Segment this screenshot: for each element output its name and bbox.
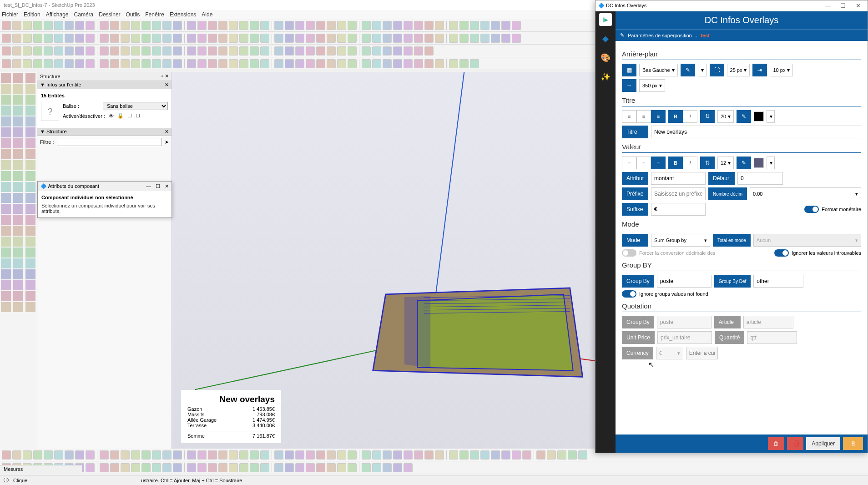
toolbar-icon[interactable] bbox=[121, 59, 130, 68]
toolbar-icon[interactable] bbox=[348, 21, 357, 30]
toolbar-icon[interactable] bbox=[229, 59, 238, 68]
toolbar-icon[interactable] bbox=[239, 59, 248, 68]
toolbar-icon[interactable] bbox=[1, 226, 11, 236]
toggle-monetaire[interactable] bbox=[804, 206, 819, 213]
toolbar-icon[interactable] bbox=[285, 46, 294, 56]
toolbar-icon[interactable] bbox=[250, 450, 259, 460]
toolbar-icon[interactable] bbox=[141, 21, 151, 30]
toolbar-icon[interactable] bbox=[54, 46, 63, 56]
toolbar-icon[interactable] bbox=[173, 21, 182, 30]
toolbar-icon[interactable] bbox=[131, 21, 140, 30]
toolbar-icon[interactable] bbox=[1, 204, 11, 214]
toolbar-icon[interactable] bbox=[173, 46, 182, 56]
anchor-grid-icon[interactable]: ▦ bbox=[622, 64, 636, 76]
toolbar-icon[interactable] bbox=[141, 463, 151, 472]
toolbar-icon[interactable] bbox=[25, 269, 35, 279]
toolbar-icon[interactable] bbox=[348, 463, 357, 472]
toolbar-icon[interactable] bbox=[65, 59, 74, 68]
toolbar-icon[interactable] bbox=[250, 21, 259, 30]
toggle-force-decimal[interactable] bbox=[622, 249, 636, 257]
toolbar-icon[interactable] bbox=[1, 149, 11, 159]
toolbar-icon[interactable] bbox=[131, 46, 140, 56]
toolbar-icon[interactable] bbox=[25, 226, 35, 236]
toolbar-icon[interactable] bbox=[65, 46, 74, 56]
toolbar-icon[interactable] bbox=[208, 34, 217, 43]
toolbar-icon[interactable] bbox=[295, 450, 304, 460]
toolbar-icon[interactable] bbox=[393, 450, 402, 460]
toolbar-icon[interactable] bbox=[404, 463, 413, 472]
structure-collapse-icon[interactable]: ▫ ✕ bbox=[161, 73, 169, 79]
toolbar-icon[interactable] bbox=[25, 149, 35, 159]
toolbar-icon[interactable] bbox=[306, 34, 315, 43]
toolbar-icon[interactable] bbox=[162, 34, 172, 43]
toolbar-icon[interactable] bbox=[348, 34, 357, 43]
toolbar-icon[interactable] bbox=[362, 21, 371, 30]
toolbar-icon[interactable] bbox=[173, 463, 182, 472]
toolbar-icon[interactable] bbox=[44, 59, 53, 68]
dc-sidebar-logo-icon[interactable]: i▸ bbox=[599, 13, 612, 26]
toolbar-icon[interactable] bbox=[372, 46, 381, 56]
toolbar-icon[interactable] bbox=[260, 59, 269, 68]
title-style-group[interactable]: B I bbox=[668, 110, 697, 123]
toolbar-icon[interactable] bbox=[65, 21, 74, 30]
toolbar-icon[interactable] bbox=[383, 34, 392, 43]
toolbar-icon[interactable] bbox=[470, 34, 479, 43]
toolbar-icon[interactable] bbox=[25, 116, 35, 126]
toolbar-icon[interactable] bbox=[1, 302, 11, 312]
toolbar-icon[interactable] bbox=[86, 46, 95, 56]
value-align-group[interactable]: ≡ ≡ ≡ bbox=[622, 157, 666, 169]
toolbar-icon[interactable] bbox=[229, 46, 238, 56]
dc-sidebar-layers-icon[interactable]: ◆ bbox=[599, 32, 612, 45]
toolbar-icon[interactable] bbox=[197, 46, 207, 56]
toolbar-icon[interactable] bbox=[110, 46, 119, 56]
toolbar-icon[interactable] bbox=[239, 21, 248, 30]
toolbar-icon[interactable] bbox=[383, 21, 392, 30]
input-groupby[interactable] bbox=[657, 275, 712, 288]
toolbar-icon[interactable] bbox=[327, 463, 336, 472]
toolbar-icon[interactable] bbox=[274, 46, 283, 56]
toolbar-icon[interactable] bbox=[337, 450, 346, 460]
toolbar-icon[interactable] bbox=[404, 34, 413, 43]
toolbar-icon[interactable] bbox=[327, 34, 336, 43]
toolbar-icon[interactable] bbox=[152, 21, 161, 30]
toolbar-icon[interactable] bbox=[285, 21, 294, 30]
toolbar-icon[interactable] bbox=[23, 59, 32, 68]
toolbar-icon[interactable] bbox=[393, 21, 402, 30]
toolbar-icon[interactable] bbox=[229, 463, 238, 472]
toolbar-icon[interactable] bbox=[362, 450, 371, 460]
toolbar-icon[interactable] bbox=[65, 34, 74, 43]
toolbar-icon[interactable] bbox=[13, 95, 23, 105]
filter-go-icon[interactable]: ➤ bbox=[165, 139, 169, 145]
structure-section-header[interactable]: ▼ Structure ✕ bbox=[37, 128, 172, 136]
toolbar-icon[interactable] bbox=[459, 21, 469, 30]
offset-select[interactable]: 10 px ▾ bbox=[770, 64, 793, 76]
toolbar-icon[interactable] bbox=[25, 171, 35, 181]
toolbar-icon[interactable] bbox=[218, 21, 227, 30]
toolbar-icon[interactable] bbox=[229, 21, 238, 30]
menu-extensions[interactable]: Extensions bbox=[170, 11, 197, 18]
toolbar-icon[interactable] bbox=[100, 21, 109, 30]
toolbar-icon[interactable] bbox=[162, 59, 172, 68]
hide-button[interactable]: 🚫 bbox=[787, 437, 803, 450]
toolbar-icon[interactable] bbox=[33, 46, 42, 56]
title-align-group[interactable]: ≡ ≡ ≡ bbox=[622, 110, 666, 123]
toolbar-icon[interactable] bbox=[13, 280, 23, 290]
dc-close-icon[interactable]: ✕ bbox=[851, 2, 865, 9]
toolbar-icon[interactable] bbox=[557, 450, 566, 460]
toolbar-icon[interactable] bbox=[295, 21, 304, 30]
menu-camera[interactable]: Caméra bbox=[74, 11, 94, 18]
toolbar-icon[interactable] bbox=[25, 182, 35, 192]
align-right-icon[interactable]: ≡ bbox=[651, 157, 666, 169]
toolbar-icon[interactable] bbox=[229, 34, 238, 43]
toolbar-icon[interactable] bbox=[372, 34, 381, 43]
toolbar-icon[interactable] bbox=[25, 258, 35, 268]
toolbar-icon[interactable] bbox=[480, 450, 490, 460]
input-groupbydef[interactable] bbox=[753, 275, 803, 288]
toolbar-icon[interactable] bbox=[23, 450, 32, 460]
comp-attr-titlebar[interactable]: 🔷 Attributs du composant — ☐ ✕ bbox=[38, 182, 172, 191]
toolbar-icon[interactable] bbox=[100, 34, 109, 43]
toolbar-icon[interactable] bbox=[218, 450, 227, 460]
toolbar-icon[interactable] bbox=[208, 59, 217, 68]
toolbar-icon[interactable] bbox=[208, 46, 217, 56]
dc-sidebar-palette-icon[interactable]: 🎨 bbox=[599, 51, 612, 64]
